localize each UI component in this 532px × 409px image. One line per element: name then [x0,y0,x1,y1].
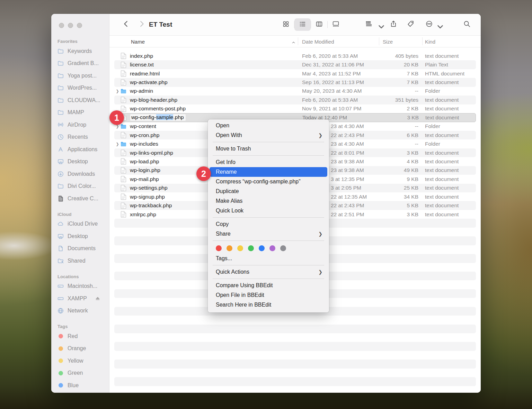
sidebar-item-divi-color[interactable]: Divi Color... [54,180,106,193]
column-divider[interactable] [298,37,298,45]
sidebar-item-shared[interactable]: Shared [54,255,106,267]
tag-color-red[interactable] [216,245,222,251]
minimize-button[interactable] [68,23,73,28]
tag-color-orange[interactable] [227,245,232,251]
menu-item-quick-actions[interactable]: Quick Actions❯ [210,267,327,277]
table-row[interactable]: wp-comments-post.phpNov 9, 2021 at 10:07… [114,104,476,113]
menu-item-label: Open With [216,132,242,138]
sidebar-item-desktop[interactable]: Desktop [54,156,106,168]
menu-item-open[interactable]: Open [210,121,327,130]
sidebar-item-downloads[interactable]: Downloads [54,168,106,180]
tag-color-green[interactable] [248,245,254,251]
tag-button[interactable] [407,20,415,29]
sidebar-item-airdrop[interactable]: AirDrop [54,119,106,131]
sort-ascending-icon[interactable] [292,39,295,43]
menu-item-share[interactable]: Share❯ [210,229,327,239]
file-kind: text document [425,78,476,87]
back-button[interactable] [122,20,130,29]
sidebar-item-recents[interactable]: Recents [54,131,106,144]
table-row[interactable]: index.phpFeb 6, 2020 at 5:33 AM405 bytes… [114,52,476,60]
column-header-size[interactable]: Size [383,38,393,44]
tag-color-gray[interactable] [280,245,286,251]
group-by-button[interactable] [365,20,373,29]
share-button[interactable] [389,20,398,29]
menu-item-compare-using-bbedit[interactable]: Compare Using BBEdit [210,281,327,290]
menu-item-quick-look[interactable]: Quick Look [210,206,327,216]
menu-separator [213,240,324,241]
menu-item-label: Share [216,231,231,237]
group-by-chevron[interactable] [377,20,381,29]
sidebar-item-blue[interactable]: Blue [54,379,106,392]
more-actions-button[interactable] [425,20,433,29]
menu-item-make-alias[interactable]: Make Alias [210,196,327,206]
menu-item-tags[interactable]: Tags... [210,254,327,263]
sidebar-item-red[interactable]: Red [54,330,106,343]
sidebar-item-wordpres[interactable]: WordPres... [54,82,106,94]
menu-item-search-here-in-bbedit[interactable]: Search Here in BBEdit [210,300,327,310]
sidebar-item-macintosh[interactable]: Macintosh... [54,280,106,293]
file-kind: text document [425,175,476,183]
sidebar-item-icloud-drive[interactable]: iCloud Drive [54,218,106,230]
tag-color-yellow[interactable] [237,245,243,251]
search-button[interactable] [463,20,471,29]
forward-button[interactable] [138,20,146,29]
sidebar-item-desktop[interactable]: Desktop [54,230,106,243]
menu-item-compress-wp-config-sample-php[interactable]: Compress “wp-config-sample.php” [210,177,327,187]
sidebar-item-orange[interactable]: Orange [54,343,106,355]
close-button[interactable] [59,23,64,28]
column-view-button[interactable] [311,18,327,31]
sidebar-item-documents[interactable]: Documents [54,243,106,255]
airdrop-icon [57,121,64,129]
list-view-button[interactable] [294,18,311,31]
disclosure-triangle-icon[interactable]: ❯ [114,89,121,93]
sidebar-item-creative-c[interactable]: Creative C... [54,192,106,205]
sidebar-item-green[interactable]: Green [54,367,106,380]
column-header-kind[interactable]: Kind [425,38,435,44]
sidebar-item-yoga-post[interactable]: Yoga post... [54,70,106,82]
table-row[interactable]: ❯wp-adminMay 20, 2023 at 4:30 AM--Folder [114,87,476,96]
gallery-view-button[interactable] [328,18,344,31]
file-date-modified: Dec 31, 2022 at 11:06 PM [302,60,379,69]
tag-color-purple[interactable] [269,245,275,251]
step-badge-1: 1 [109,110,124,125]
eject-icon[interactable] [95,296,100,301]
tag-color-blue[interactable] [259,245,265,251]
file-size: 5 KB [379,201,422,210]
table-row[interactable]: wp-activate.phpSep 16, 2022 at 11:13 PM7… [114,78,476,87]
file-kind: text document [425,96,476,104]
document-icon [121,53,126,59]
document-icon [121,202,126,209]
menu-item-get-info[interactable]: Get Info [210,157,327,167]
column-divider[interactable] [422,37,423,45]
menu-item-open-with[interactable]: Open With❯ [210,130,327,140]
column-header-date[interactable]: Date Modified [302,38,334,44]
sidebar-item-network[interactable]: Network [54,305,106,317]
folder-icon [57,182,64,190]
menu-separator [213,155,324,156]
sidebar-item-mamp[interactable]: MAMP [54,107,106,119]
sidebar-item-yellow[interactable]: Yellow [54,355,106,367]
document-icon [121,70,126,77]
menu-item-open-file-in-bbedit[interactable]: Open File in BBEdit [210,290,327,300]
table-row[interactable]: wp-blog-header.phpFeb 6, 2020 at 5:33 AM… [114,96,476,104]
sidebar-item-applications[interactable]: Applications [54,143,106,156]
sidebar-item-cloudwa[interactable]: CLOUDWA... [54,94,106,107]
menu-item-move-to-trash[interactable]: Move to Trash [210,144,327,154]
grid-view-button[interactable] [278,18,294,31]
sidebar-item-gradient-b[interactable]: Gradient B... [54,57,106,70]
column-divider[interactable] [379,37,379,45]
table-row[interactable]: readme.htmlMar 4, 2023 at 11:52 PM7 KBHT… [114,69,476,78]
rename-edit-field[interactable]: wp-config-sample.php [130,114,186,121]
file-name: wp-settings.php [130,185,168,191]
more-actions-chevron[interactable] [436,20,440,29]
table-row[interactable]: license.txtDec 31, 2022 at 11:06 PM20 KB… [114,60,476,69]
sidebar-item-keywords[interactable]: Keywords [54,45,106,57]
zoom-button[interactable] [77,23,82,28]
menu-item-duplicate[interactable]: Duplicate [210,187,327,196]
sidebar-item-xampp[interactable]: XAMPP [54,292,106,305]
menu-item-copy[interactable]: Copy [210,219,327,229]
disclosure-triangle-icon[interactable]: ❯ [114,142,121,146]
menu-item-rename[interactable]: Rename [210,167,327,177]
column-header-name[interactable]: Name [131,38,145,44]
menu-item-label: Copy [216,221,229,227]
